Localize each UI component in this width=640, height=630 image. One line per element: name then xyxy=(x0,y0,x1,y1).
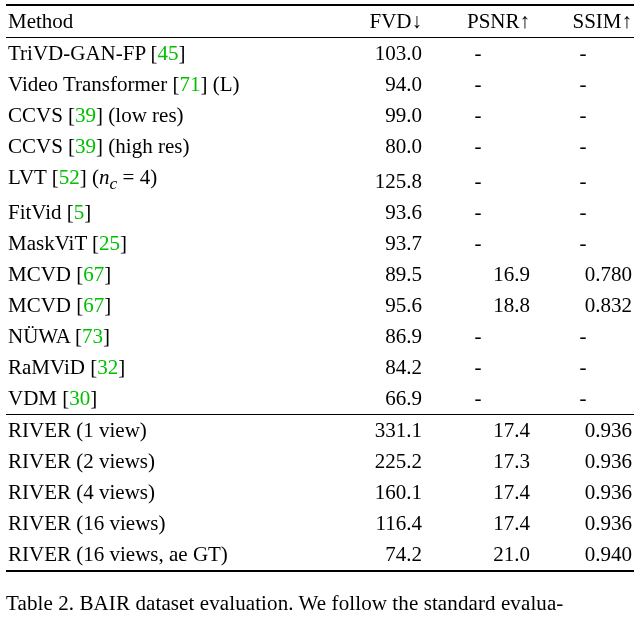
table-row: NÜWA [73]86.9-- xyxy=(6,321,634,352)
citation-link[interactable]: 73 xyxy=(82,324,103,348)
method-cell: MCVD [67] xyxy=(6,290,316,321)
table-cell: - xyxy=(424,131,532,162)
method-cell: Video Transformer [71] (L) xyxy=(6,69,316,100)
table-cell: 116.4 xyxy=(316,508,424,539)
results-table: Method FVD↓ PSNR↑ SSIM↑ TriVD-GAN-FP [45… xyxy=(6,4,634,572)
table-cell: - xyxy=(532,197,634,228)
table-cell: 99.0 xyxy=(316,100,424,131)
table-cell: 84.2 xyxy=(316,352,424,383)
table-cell: - xyxy=(424,38,532,70)
table-cell: - xyxy=(424,100,532,131)
method-cell: CCVS [39] (high res) xyxy=(6,131,316,162)
method-cell: RaMViD [32] xyxy=(6,352,316,383)
method-cell: MCVD [67] xyxy=(6,259,316,290)
table-cell: - xyxy=(532,162,634,197)
citation-link[interactable]: 39 xyxy=(75,134,96,158)
method-cell: FitVid [5] xyxy=(6,197,316,228)
method-cell: LVT [52] (nc = 4) xyxy=(6,162,316,197)
citation-link[interactable]: 71 xyxy=(179,72,200,96)
table-row: RIVER (2 views)225.217.30.936 xyxy=(6,446,634,477)
col-psnr: PSNR↑ xyxy=(424,5,532,38)
table-row: CCVS [39] (low res)99.0-- xyxy=(6,100,634,131)
table-row: RIVER (4 views)160.117.40.936 xyxy=(6,477,634,508)
table-row: TriVD-GAN-FP [45]103.0-- xyxy=(6,38,634,70)
method-cell: VDM [30] xyxy=(6,383,316,415)
table-cell: 21.0 xyxy=(424,539,532,570)
table-row: VDM [30]66.9-- xyxy=(6,383,634,415)
citation-link[interactable]: 30 xyxy=(69,386,90,410)
table-cell: 80.0 xyxy=(316,131,424,162)
method-cell: RIVER (2 views) xyxy=(6,446,316,477)
table-cell: 93.6 xyxy=(316,197,424,228)
col-method: Method xyxy=(6,5,316,38)
caption-lead: Table 2. xyxy=(6,591,74,615)
table-cell: 17.4 xyxy=(424,415,532,447)
citation-link[interactable]: 32 xyxy=(97,355,118,379)
method-cell: TriVD-GAN-FP [45] xyxy=(6,38,316,70)
table-row: LVT [52] (nc = 4)125.8-- xyxy=(6,162,634,197)
table-cell: - xyxy=(532,131,634,162)
method-cell: RIVER (4 views) xyxy=(6,477,316,508)
table-cell: - xyxy=(532,38,634,70)
table-row: CCVS [39] (high res)80.0-- xyxy=(6,131,634,162)
table-cell: - xyxy=(424,69,532,100)
citation-link[interactable]: 67 xyxy=(83,262,104,286)
table-cell: - xyxy=(424,228,532,259)
table-cell: 89.5 xyxy=(316,259,424,290)
citation-link[interactable]: 52 xyxy=(59,165,80,189)
table-row: RIVER (16 views)116.417.40.936 xyxy=(6,508,634,539)
table-cell: - xyxy=(532,228,634,259)
table-cell: 18.8 xyxy=(424,290,532,321)
caption-text: BAIR dataset evaluation. We follow the s… xyxy=(80,591,564,615)
method-cell: CCVS [39] (low res) xyxy=(6,100,316,131)
citation-link[interactable]: 5 xyxy=(74,200,85,224)
table-row: RaMViD [32]84.2-- xyxy=(6,352,634,383)
table-cell: - xyxy=(532,321,634,352)
citation-link[interactable]: 39 xyxy=(75,103,96,127)
table-cell: 103.0 xyxy=(316,38,424,70)
table-row: MCVD [67]95.618.80.832 xyxy=(6,290,634,321)
method-cell: RIVER (16 views, ae GT) xyxy=(6,539,316,570)
table-cell: - xyxy=(424,352,532,383)
table-cell: 74.2 xyxy=(316,539,424,570)
table-row: MaskViT [25]93.7-- xyxy=(6,228,634,259)
table-cell: 225.2 xyxy=(316,446,424,477)
table-cell: 0.832 xyxy=(532,290,634,321)
table-cell: 0.936 xyxy=(532,508,634,539)
citation-link[interactable]: 45 xyxy=(158,41,179,65)
table-row: RIVER (16 views, ae GT)74.221.00.940 xyxy=(6,539,634,570)
method-cell: RIVER (16 views) xyxy=(6,508,316,539)
table-cell: 160.1 xyxy=(316,477,424,508)
table-cell: 0.936 xyxy=(532,415,634,447)
table-cell: 17.3 xyxy=(424,446,532,477)
header-row: Method FVD↓ PSNR↑ SSIM↑ xyxy=(6,5,634,38)
table-cell: 17.4 xyxy=(424,477,532,508)
table-cell: 93.7 xyxy=(316,228,424,259)
table-cell: - xyxy=(424,383,532,415)
table-cell: - xyxy=(532,383,634,415)
table-cell: - xyxy=(424,321,532,352)
table-cell: 95.6 xyxy=(316,290,424,321)
table-row: FitVid [5]93.6-- xyxy=(6,197,634,228)
table-cell: 125.8 xyxy=(316,162,424,197)
col-fvd: FVD↓ xyxy=(316,5,424,38)
table-cell: - xyxy=(532,352,634,383)
table-cell: 94.0 xyxy=(316,69,424,100)
table-caption: Table 2. BAIR dataset evaluation. We fol… xyxy=(6,590,634,616)
table-cell: 0.936 xyxy=(532,477,634,508)
table-row: MCVD [67]89.516.90.780 xyxy=(6,259,634,290)
method-cell: NÜWA [73] xyxy=(6,321,316,352)
table-cell: 66.9 xyxy=(316,383,424,415)
table-cell: - xyxy=(424,162,532,197)
table-cell: 0.936 xyxy=(532,446,634,477)
table-row: RIVER (1 view)331.117.40.936 xyxy=(6,415,634,447)
citation-link[interactable]: 25 xyxy=(99,231,120,255)
col-ssim: SSIM↑ xyxy=(532,5,634,38)
citation-link[interactable]: 67 xyxy=(83,293,104,317)
table-cell: - xyxy=(532,69,634,100)
table-cell: - xyxy=(424,197,532,228)
table-cell: 0.780 xyxy=(532,259,634,290)
table-cell: 16.9 xyxy=(424,259,532,290)
table-cell: 86.9 xyxy=(316,321,424,352)
table-cell: - xyxy=(532,100,634,131)
